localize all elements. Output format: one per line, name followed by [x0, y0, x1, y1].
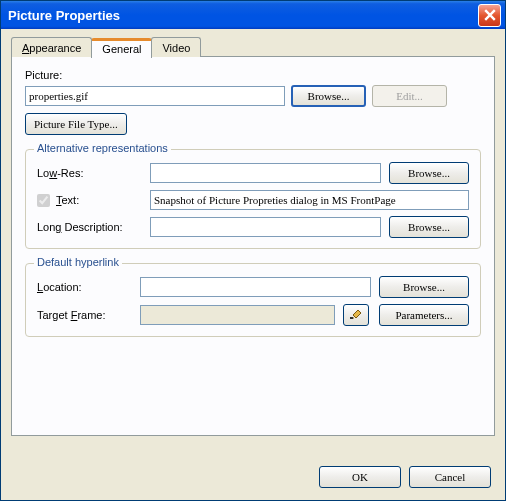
lowres-label: Low-Res:	[37, 167, 142, 179]
alt-grid: Low-Res: Browse... Text: Long Descriptio…	[37, 162, 469, 238]
target-frame-label: Target Frame:	[37, 309, 132, 321]
titlebar: Picture Properties	[1, 1, 505, 29]
target-frame-input[interactable]	[140, 305, 335, 325]
target-frame-picker-button[interactable]	[343, 304, 369, 326]
tab-video[interactable]: Video	[151, 37, 201, 57]
pencil-icon	[349, 308, 363, 320]
tab-strip: Appearance General Video	[11, 37, 495, 57]
link-legend: Default hyperlink	[34, 256, 122, 268]
picture-edit-button: Edit...	[372, 85, 447, 107]
close-button[interactable]	[478, 4, 501, 27]
picture-label: Picture:	[25, 69, 62, 81]
tab-general[interactable]: General	[91, 38, 152, 58]
location-browse-button[interactable]: Browse...	[379, 276, 469, 298]
text-input[interactable]	[150, 190, 469, 210]
dialog-buttons: OK Cancel	[319, 466, 491, 488]
alternative-representations-group: Alternative representations Low-Res: Bro…	[25, 149, 481, 249]
tab-label: General	[102, 43, 141, 55]
tab-label: Video	[162, 42, 190, 54]
picture-input[interactable]	[25, 86, 285, 106]
window-title: Picture Properties	[5, 8, 478, 23]
picture-row: Browse... Edit...	[25, 85, 481, 107]
picture-file-type-button[interactable]: Picture File Type...	[25, 113, 127, 135]
tab-page-general: Picture: Browse... Edit... Picture File …	[11, 56, 495, 436]
picture-filetype-row: Picture File Type...	[25, 113, 481, 135]
picture-browse-button[interactable]: Browse...	[291, 85, 366, 107]
link-grid: Location: Browse... Target Frame: Parame…	[37, 276, 469, 326]
location-input[interactable]	[140, 277, 371, 297]
ok-button[interactable]: OK	[319, 466, 401, 488]
default-hyperlink-group: Default hyperlink Location: Browse... Ta…	[25, 263, 481, 337]
lowres-input[interactable]	[150, 163, 381, 183]
text-checkbox	[37, 194, 50, 207]
dialog-body: Appearance General Video Picture: Browse…	[1, 29, 505, 447]
svg-rect-0	[350, 317, 353, 319]
text-label-cell: Text:	[37, 194, 142, 207]
location-label: Location:	[37, 281, 132, 293]
alt-legend: Alternative representations	[34, 142, 171, 154]
longdesc-label: Long Description:	[37, 221, 142, 233]
longdesc-browse-button[interactable]: Browse...	[389, 216, 469, 238]
longdesc-input[interactable]	[150, 217, 381, 237]
dialog-window: Picture Properties Appearance General Vi…	[0, 0, 506, 501]
close-icon	[484, 9, 496, 21]
parameters-button[interactable]: Parameters...	[379, 304, 469, 326]
text-label: Text:	[56, 194, 79, 206]
tab-label: Appearance	[22, 42, 81, 54]
tab-appearance[interactable]: Appearance	[11, 37, 92, 57]
lowres-browse-button[interactable]: Browse...	[389, 162, 469, 184]
cancel-button[interactable]: Cancel	[409, 466, 491, 488]
